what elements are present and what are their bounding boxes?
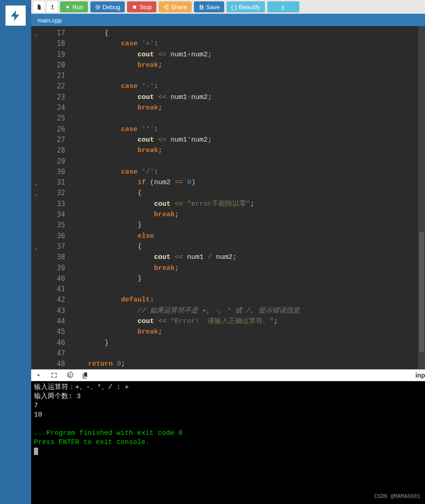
upload-button[interactable] [47,1,58,12]
console-line: Press ENTER to exit console. [34,438,422,447]
beautify-label: Beautify [239,4,260,11]
save-label: Save [206,4,220,11]
console-output[interactable]: 输入运算符：+、-、*、/ : +输入两个数: 3710 ...Program … [31,381,425,504]
console-line [34,420,422,429]
line-number: 28 [31,145,65,156]
code-line[interactable]: case '/': [72,167,425,177]
line-number: 36 [31,231,65,241]
app-logo[interactable] [5,5,27,27]
code-line[interactable]: cout << num1*num2; [72,135,425,145]
line-number: 45 [31,327,65,337]
line-number: 20 [31,60,65,71]
line-number: 26 [31,124,65,135]
code-line[interactable]: break; [72,209,425,220]
stop-label: Stop [139,4,152,11]
code-line[interactable]: break; [72,60,425,71]
code-line[interactable]: break; [72,263,425,274]
code-line[interactable]: return 0; [72,359,425,369]
upload-icon [50,4,55,10]
beautify-button[interactable]: { }Beautify [226,1,265,12]
code-line[interactable]: case '+': [72,38,425,49]
save-icon [199,4,204,10]
code-line[interactable]: { [72,241,425,252]
code-line[interactable]: cout << num1-num2; [72,92,425,103]
code-line[interactable]: cout << num1+num2; [72,49,425,60]
run-button[interactable]: Run [60,1,88,12]
play-icon [65,4,71,10]
code-line[interactable]: } [72,338,425,348]
line-number: 40 [31,274,65,284]
debug-icon [95,4,101,10]
file-icon [36,4,42,10]
console-toolbar: inp [31,369,425,381]
code-line[interactable] [72,348,425,359]
code-line[interactable]: } [72,274,425,284]
code-line[interactable]: { [72,188,425,198]
share-button[interactable]: Share [159,1,192,12]
code-line[interactable] [72,71,425,81]
line-number: 29 [31,156,65,167]
code-line[interactable]: // 如果运算符不是 +, -, * 或 /, 提示错误信息 [72,306,425,316]
code-line[interactable]: case '*': [72,124,425,135]
console-cursor [34,448,38,455]
code-line[interactable]: cout << num1 / num2; [72,252,425,263]
line-number: 30 [31,167,65,177]
gear-icon[interactable] [66,372,73,379]
tab-main-cpp[interactable]: main.cpp [31,15,68,26]
code-content[interactable]: { case '+': cout << num1+num2; break; ca… [72,26,425,369]
console-line: 7 [34,401,422,411]
share-icon [163,4,169,10]
code-line[interactable]: else [72,231,425,241]
code-line[interactable]: break; [72,145,425,156]
code-line[interactable]: default: [72,295,425,305]
line-number: 42 [31,295,65,305]
main-area: Run Debug Stop Share Save { }Beautify ma… [31,0,425,504]
line-number: 21 [31,71,65,81]
code-editor[interactable]: 17▾1819202122232425262728293031▾32▾33343… [31,26,425,369]
line-number: 41 [31,284,65,295]
debug-button[interactable]: Debug [90,1,125,12]
toolbar: Run Debug Stop Share Save { }Beautify [31,0,425,14]
code-line[interactable]: cout << "error不能除以零"; [72,199,425,209]
line-number: 35 [31,220,65,230]
stop-icon [132,4,138,10]
code-line[interactable] [72,113,425,124]
line-number: 34 [31,209,65,220]
line-number: 17▾ [31,28,65,38]
line-number: 23 [31,92,65,103]
editor-scrollbar[interactable] [418,26,425,369]
expand-icon[interactable] [50,372,58,379]
line-number: 22 [31,81,65,92]
code-line[interactable]: cout << "Error! 请输入正确运算符。"; [72,316,425,327]
line-number: 25 [31,113,65,124]
code-line[interactable] [72,284,425,295]
debug-label: Debug [103,4,120,11]
line-number: 43 [31,306,65,316]
stop-button[interactable]: Stop [127,1,156,12]
code-line[interactable]: case '-': [72,81,425,92]
scroll-thumb[interactable] [419,232,424,352]
code-line[interactable]: } [72,220,425,230]
share-label: Share [171,4,187,11]
code-line[interactable]: if (num2 == 0) [72,177,425,188]
svg-point-1 [97,6,99,7]
chevron-down-icon[interactable] [35,372,42,379]
code-line[interactable]: break; [72,103,425,113]
input-label: inp [415,372,425,379]
line-number: 37▾ [31,241,65,252]
console-line: ...Program finished with exit code 0 [34,429,422,438]
line-number: 46 [31,338,65,348]
console-line: 输入运算符：+、-、*、/ : + [34,383,422,392]
new-file-button[interactable] [33,1,44,12]
code-line[interactable]: { [72,28,425,38]
save-button[interactable]: Save [194,1,225,12]
download-icon [280,4,286,10]
download-button[interactable] [267,1,299,12]
lightning-icon [9,9,22,22]
code-line[interactable]: break; [72,327,425,337]
line-number: 48 [31,359,65,369]
code-line[interactable] [72,156,425,167]
line-number: 38 [31,252,65,263]
line-gutter: 17▾1819202122232425262728293031▾32▾33343… [31,26,72,369]
copy-icon[interactable] [82,372,89,379]
